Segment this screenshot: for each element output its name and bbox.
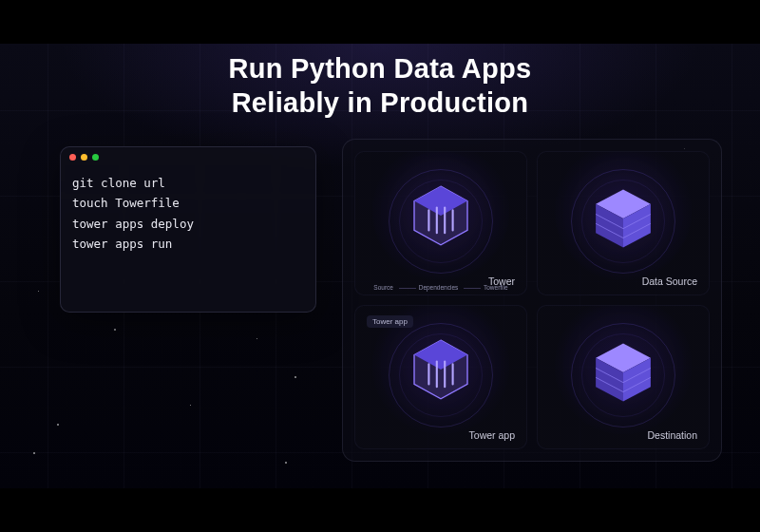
tag-label: Tower app	[367, 315, 413, 328]
flow-labels: Source Dependencies Towerfile	[355, 284, 526, 291]
flow-label: Source	[373, 284, 393, 291]
flow-label: Towerfile	[484, 284, 508, 291]
terminal-chrome	[61, 147, 315, 167]
minimize-icon	[81, 154, 87, 161]
flow-label: Dependencies	[419, 284, 459, 291]
headline-line-1: Run Python Data Apps	[228, 53, 531, 84]
letterbox-bottom	[0, 488, 760, 532]
card-data-source: Data Source	[537, 151, 710, 295]
headline: Run Python Data Apps Reliably in Product…	[0, 51, 760, 121]
architecture-panel: Tower Source Dependencies Towerfile Data…	[342, 139, 722, 462]
headline-line-2: Reliably in Production	[232, 87, 529, 118]
card-label: Destination	[647, 429, 697, 441]
close-icon	[69, 154, 76, 161]
hero-scene: Run Python Data Apps Reliably in Product…	[0, 44, 760, 488]
card-tower: Tower Source Dependencies Towerfile	[354, 151, 527, 295]
terminal-line: tower apps deploy	[72, 214, 304, 234]
terminal-window: git clone url touch Towerfile tower apps…	[60, 146, 316, 313]
card-label: Data Source	[642, 276, 697, 287]
terminal-line: tower apps run	[72, 234, 304, 254]
terminal-body: git clone url touch Towerfile tower apps…	[61, 167, 315, 265]
letterbox-top	[0, 0, 760, 44]
card-tower-app: Tower app Tower app	[354, 305, 527, 449]
card-destination: Destination	[537, 305, 710, 449]
terminal-line: touch Towerfile	[72, 193, 304, 213]
card-label: Tower app	[469, 429, 515, 441]
terminal-line: git clone url	[72, 173, 304, 193]
maximize-icon	[92, 154, 99, 161]
